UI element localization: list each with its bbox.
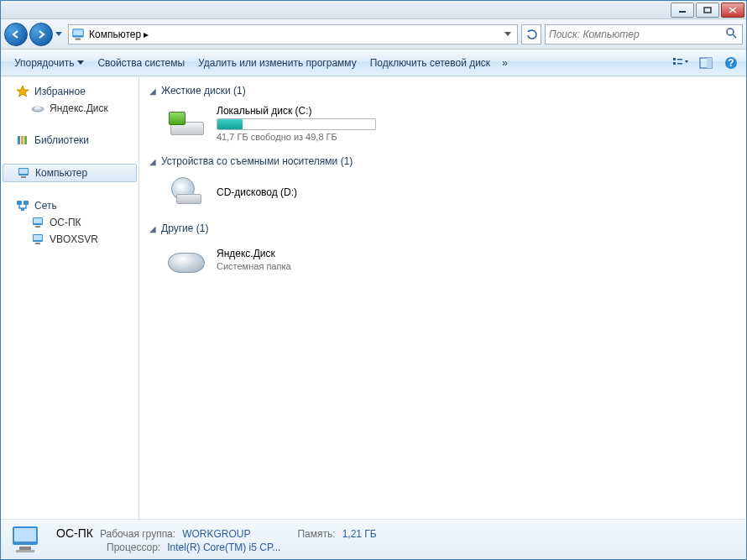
group-removable: ◢ Устройства со съемными носителями (1) … [149,155,736,212]
sidebar-computer: Компьютер [1,164,138,182]
drive-title: Локальный диск (C:) [217,105,376,117]
maximize-button[interactable] [696,3,719,18]
usage-fill [217,119,243,129]
computer-icon [9,523,46,557]
address-dropdown[interactable] [500,32,515,37]
status-memory-value: 1,21 ГБ [342,528,377,540]
system-properties-button[interactable]: Свойства системы [91,54,191,72]
computer-icon [31,216,44,229]
help-button[interactable]: ? [723,55,739,71]
svg-rect-30 [35,243,40,244]
status-cpu-value: Intel(R) Core(TM) i5 CP... [167,542,280,553]
sidebar-libraries-header[interactable]: Библиотеки [1,132,138,149]
toolbar: Упорядочить Свойства системы Удалить или… [1,50,746,76]
item-subtitle: Системная папка [217,261,291,271]
svg-rect-1 [704,8,711,13]
map-network-drive-button[interactable]: Подключить сетевой диск [363,54,497,72]
explorer-window: Компьютер ▸ Упорядочить Свойства системы… [0,0,747,560]
svg-rect-18 [24,136,27,144]
sidebar-item-label: VBOXSVR [50,233,98,245]
toolbar-overflow[interactable]: » [502,57,508,69]
search-box[interactable] [545,24,743,44]
sidebar-item-label: Сеть [34,200,57,212]
change-view-button[interactable] [672,55,689,71]
sidebar-network-header[interactable]: Сеть [1,197,138,214]
group-title: Другие (1) [161,222,208,234]
status-workgroup-value: WORKGROUP [182,528,250,540]
star-icon [16,85,29,98]
group-other: ◢ Другие (1) Яндекс.Диск Системная папка [149,222,736,280]
group-header-removable[interactable]: ◢ Устройства со съемными носителями (1) [149,155,736,167]
svg-rect-6 [673,58,676,60]
svg-rect-17 [21,136,24,144]
svg-rect-7 [673,62,676,65]
drive-title: CD-дисковод (D:) [217,186,297,198]
sidebar-item-label: Компьютер [35,167,87,179]
sidebar-favorites-header[interactable]: Избранное [1,83,138,100]
ufo-icon [31,102,44,115]
history-dropdown[interactable] [53,26,65,43]
sidebar-network: Сеть ОС-ПК VBOXSVR [1,197,138,248]
svg-rect-9 [677,63,682,65]
refresh-button[interactable] [521,24,541,44]
svg-point-5 [727,29,734,35]
drive-local-c[interactable]: Локальный диск (C:) 41,7 ГБ свободно из … [149,102,736,145]
libraries-icon [16,133,29,147]
status-memory-label: Память: [297,528,335,540]
sidebar-favorites: Избранное Яндекс.Диск [1,83,138,117]
collapse-icon: ◢ [149,224,156,233]
drive-free-text: 41,7 ГБ свободно из 49,8 ГБ [217,132,376,142]
sidebar-item-vboxsvr[interactable]: VBOXSVR [1,231,138,248]
usage-bar [217,118,376,130]
search-icon[interactable] [725,27,739,41]
item-info: Яндекс.Диск Системная папка [217,248,291,271]
status-cpu-label: Процессор: [107,542,160,553]
sidebar-item-label: Избранное [34,86,86,97]
item-title: Яндекс.Диск [217,248,291,259]
sidebar-item-label: Библиотеки [34,134,89,146]
status-workgroup-label: Рабочая группа: [100,528,175,540]
sidebar-computer-header[interactable]: Компьютер [3,164,137,182]
cd-drive-icon [166,175,206,209]
chevron-right-icon[interactable]: ▸ [144,29,149,40]
svg-rect-33 [19,547,31,550]
uninstall-change-button[interactable]: Удалить или изменить программу [191,54,363,72]
svg-rect-21 [21,176,26,178]
sidebar-item-yandex-disk[interactable]: Яндекс.Диск [1,100,138,117]
group-title: Жесткие диски (1) [161,85,246,97]
group-title: Устройства со съемными носителями (1) [161,155,353,167]
svg-point-15 [34,107,41,110]
preview-pane-button[interactable] [697,55,714,71]
svg-rect-8 [677,59,682,60]
breadcrumb-path[interactable]: Компьютер ▸ [89,29,500,40]
sidebar-libraries: Библиотеки [1,132,138,149]
svg-rect-34 [16,550,34,552]
minimize-button[interactable] [671,3,694,18]
svg-rect-29 [34,235,42,240]
svg-rect-24 [21,208,24,211]
status-computer-name: ОС-ПК [56,526,93,540]
collapse-icon: ◢ [149,157,156,166]
computer-icon [31,233,44,246]
svg-rect-20 [19,169,28,174]
drive-cd-d[interactable]: CD-дисковод (D:) [149,172,736,212]
content: ◢ Жесткие диски (1) Локальный диск (C:) … [139,76,746,519]
svg-rect-22 [17,201,22,205]
group-header-hdd[interactable]: ◢ Жесткие диски (1) [149,85,736,97]
sidebar-item-os-pk[interactable]: ОС-ПК [1,214,138,231]
search-input[interactable] [549,29,725,40]
organize-menu[interactable]: Упорядочить [8,54,91,72]
svg-rect-16 [18,136,20,144]
titlebar [1,1,746,19]
address-bar[interactable]: Компьютер ▸ [68,24,518,44]
network-icon [16,199,29,212]
item-yandex-disk[interactable]: Яндекс.Диск Системная папка [149,239,736,280]
back-button[interactable] [4,23,28,46]
group-header-other[interactable]: ◢ Другие (1) [149,222,736,234]
hard-drive-icon [166,107,206,140]
forward-button[interactable] [29,23,53,46]
status-details: ОС-ПК Рабочая группа: WORKGROUP Память: … [56,526,377,553]
close-button[interactable] [721,3,744,18]
sidebar: Избранное Яндекс.Диск Библиотеки Компьют… [1,76,139,519]
svg-rect-23 [24,201,29,205]
